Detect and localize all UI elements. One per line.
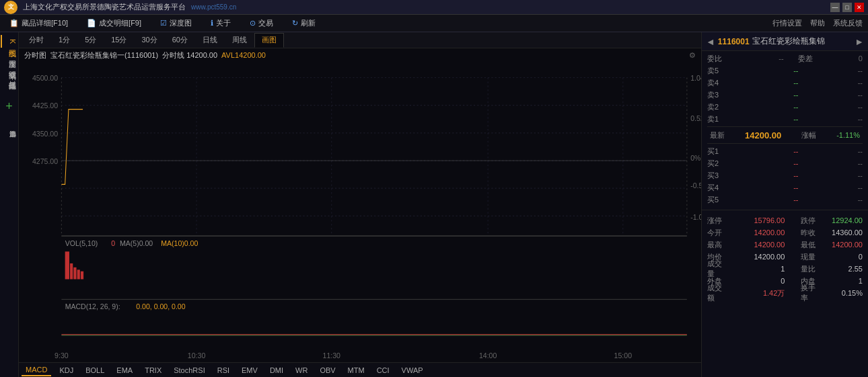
ob-sell4-row: 卖4 -- -- <box>704 77 865 89</box>
right-panel: ◄ 1116001 宝石红瓷彩绘瓶集锦 ► 委比 -- 委差 0 卖5 -- -… <box>701 32 868 377</box>
latest-price: 14200.00 <box>745 130 781 140</box>
liangbi-label: 量比 <box>795 264 816 274</box>
menu-label-trade: 交易 <box>258 18 273 28</box>
collection-detail-icon: 📋 <box>9 19 19 28</box>
menu-item-collection-detail[interactable]: 📋 藏品详细[F10] <box>5 17 72 30</box>
chart-header: 分时图 宝石红瓷彩绘瓶集锦一(1116001) 分时线 14200.00 AVL… <box>19 48 701 62</box>
sell4-price: -- <box>752 79 799 87</box>
svg-text:0%: 0% <box>690 154 700 163</box>
tab-dmi[interactable]: DMI <box>266 365 287 376</box>
menubar: 📋 藏品详细[F10] 📄 成交明细[F9] ☑ 深度图 ℹ 关于 ⊙ 交易 ↻… <box>0 15 868 32</box>
titlebar-left: 文 上海文化产权交易所景德陶瓷艺术品运营服务平台 www.pct559.cn <box>4 1 236 14</box>
feedback-link[interactable]: 系统反馈 <box>833 18 863 28</box>
ob-divider-bottom <box>707 143 863 144</box>
tab-mtm[interactable]: MTM <box>344 365 369 376</box>
tab-5min[interactable]: 5分 <box>77 33 104 48</box>
market-settings-link[interactable]: 行情设置 <box>772 18 802 28</box>
prev-stock-button[interactable]: ◄ <box>706 36 715 47</box>
buy2-vol: -- <box>822 159 863 167</box>
menu-label-depth-chart: 深度图 <box>170 18 192 28</box>
indicator-tabbar: MACD KDJ BOLL EMA TRIX StochRSI RSI EMV … <box>19 362 701 377</box>
tab-stochrsi[interactable]: StochRSI <box>170 365 209 376</box>
chengjiaoe-val: 1.42万 <box>737 288 785 298</box>
svg-rect-28 <box>65 251 69 279</box>
maximize-button[interactable]: □ <box>842 3 852 12</box>
chart-svg: 4500.00 4425.00 4350.00 4275.00 1.04% 0.… <box>19 62 701 362</box>
sell4-label: 卖4 <box>707 78 727 88</box>
menu-label-about: 关于 <box>216 18 231 28</box>
buy1-label: 买1 <box>707 146 727 157</box>
svg-text:0: 0 <box>111 239 115 248</box>
menu-item-trade-detail[interactable]: 📄 成交明细[F9] <box>83 17 145 30</box>
chengjiaoe-label: 成交额 <box>707 283 727 303</box>
chart-canvas: 4500.00 4425.00 4350.00 4275.00 1.04% 0.… <box>19 62 701 362</box>
chart-settings-icon[interactable]: ⚙ <box>689 51 696 60</box>
chengjiaoliang-val: 1 <box>737 265 785 273</box>
huanshoulu-val: 0.15% <box>826 289 863 297</box>
app-title: 上海文化产权交易所景德陶瓷艺术品运营服务平台 <box>23 2 186 12</box>
menu-item-depth-chart[interactable]: ☑ 深度图 <box>156 17 196 30</box>
sidebar-item-collection-detail[interactable]: 藏品详情F10 <box>1 72 18 93</box>
tab-vwap[interactable]: VWAP <box>398 365 427 376</box>
svg-text:4500.00: 4500.00 <box>32 74 58 83</box>
svg-rect-31 <box>77 269 80 279</box>
ob-buy4-row: 买4 -- -- <box>704 181 865 194</box>
sell5-label: 卖5 <box>707 66 727 76</box>
buy5-price: -- <box>752 196 799 204</box>
minimize-button[interactable]: — <box>830 3 840 12</box>
trade-detail-icon: 📄 <box>87 19 96 28</box>
watermark: www.pct559.cn <box>191 3 236 11</box>
sidebar-item-kline[interactable]: K线图 <box>1 35 18 48</box>
ob-buy2-row: 买2 -- -- <box>704 157 865 169</box>
sidebar-item-add-label[interactable]: 添加自选 <box>1 121 18 129</box>
stats-row-avg: 均价 14200.00 现量 0 <box>704 251 865 263</box>
tab-obv[interactable]: OBV <box>316 365 339 376</box>
stats-row-outer-inner: 外盘 0 内盘 1 <box>704 275 865 287</box>
chart-area: 分时 1分 5分 15分 30分 60分 日线 周线 画图 分时图 宝石红瓷彩绘… <box>19 32 701 377</box>
buy5-label: 买5 <box>707 195 727 205</box>
stats-table: 涨停 15796.00 跌停 12924.00 今开 14200.00 昨收 1… <box>702 213 868 300</box>
tab-weekly[interactable]: 周线 <box>225 33 254 48</box>
tab-trix[interactable]: TRIX <box>141 365 166 376</box>
svg-rect-0 <box>19 62 701 362</box>
tab-emv[interactable]: EMV <box>238 365 262 376</box>
zuigao-label: 最高 <box>707 240 727 250</box>
next-stock-button[interactable]: ► <box>855 36 864 47</box>
sell1-price: -- <box>752 115 799 123</box>
tab-kdj[interactable]: KDJ <box>55 365 77 376</box>
tab-15min[interactable]: 15分 <box>104 33 134 48</box>
sidebar-item-add-watchlist[interactable]: + <box>1 95 18 118</box>
tab-macd[interactable]: MACD <box>22 364 51 376</box>
ob-sell5-row: 卖5 -- -- <box>704 65 865 77</box>
sidebar-item-depth[interactable]: 深度图 <box>1 50 18 58</box>
tab-wr[interactable]: WR <box>291 365 312 376</box>
sell1-label: 卖1 <box>707 114 727 124</box>
svg-rect-29 <box>70 263 73 280</box>
tab-cci[interactable]: CCI <box>373 365 394 376</box>
chart-price-label: 分时线 14200.00 <box>162 50 217 60</box>
ob-divider-top <box>707 126 863 127</box>
sell5-price: -- <box>752 67 799 75</box>
tab-1min[interactable]: 1分 <box>51 33 77 48</box>
tab-ema[interactable]: EMA <box>112 365 137 376</box>
dieting-label: 跌停 <box>795 216 816 226</box>
tab-boll[interactable]: BOLL <box>81 365 108 376</box>
app-logo: 文 <box>4 1 17 14</box>
close-button[interactable]: ✕ <box>855 3 864 12</box>
tab-60min[interactable]: 60分 <box>165 33 195 48</box>
sidebar-item-trade-detail[interactable]: 成交明细 <box>1 61 18 69</box>
xianliang-val: 0 <box>826 253 863 261</box>
tab-daily[interactable]: 日线 <box>195 33 225 48</box>
tab-rsi[interactable]: RSI <box>213 365 233 376</box>
tab-30min[interactable]: 30分 <box>135 33 165 48</box>
svg-text:1.04%: 1.04% <box>690 74 701 83</box>
jinkai-val: 14200.00 <box>737 228 785 237</box>
menu-item-about[interactable]: ℹ 关于 <box>207 17 235 30</box>
tab-fen-shi[interactable]: 分时 <box>22 33 51 48</box>
help-link[interactable]: 帮助 <box>810 18 825 28</box>
menu-item-refresh[interactable]: ↻ 刷新 <box>288 17 320 30</box>
menu-item-trade[interactable]: ⊙ 交易 <box>246 17 277 30</box>
svg-text:15:00: 15:00 <box>614 351 632 360</box>
sell3-vol: -- <box>822 91 863 99</box>
tab-draw[interactable]: 画图 <box>254 33 284 48</box>
